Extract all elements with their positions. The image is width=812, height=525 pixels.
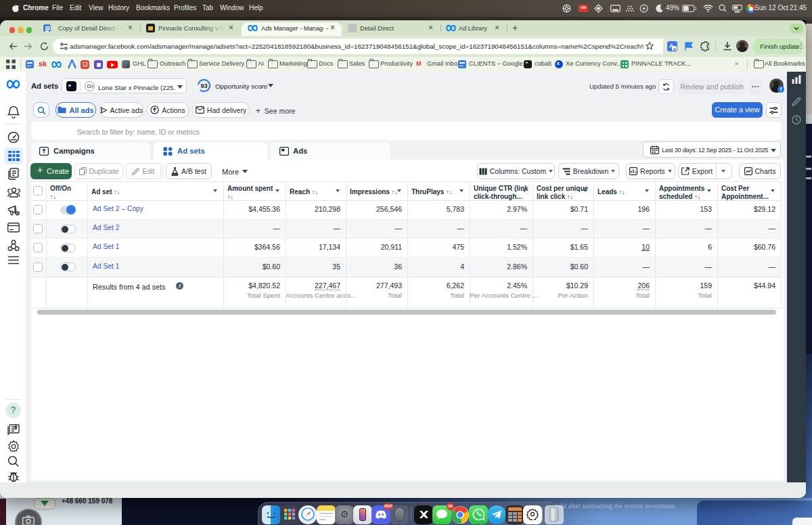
svg-text:93: 93 — [200, 83, 207, 89]
